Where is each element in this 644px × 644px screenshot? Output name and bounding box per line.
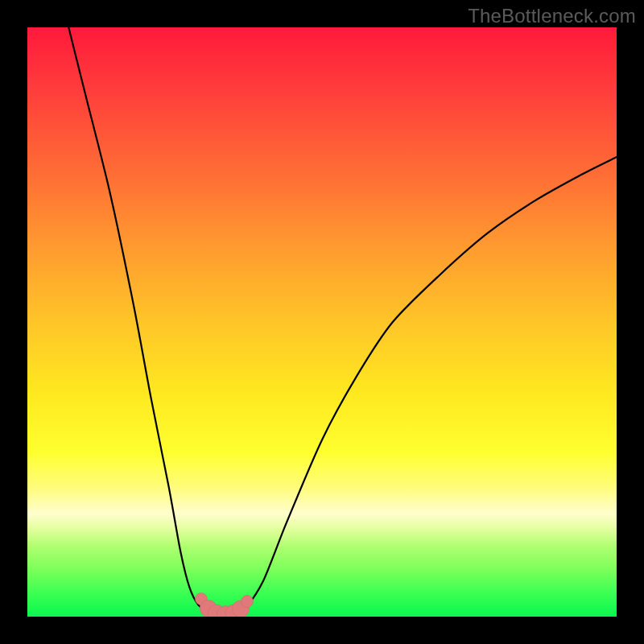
- watermark-text: TheBottleneck.com: [468, 5, 636, 27]
- plot-area: [27, 27, 617, 617]
- marker-group: [195, 593, 253, 617]
- bottleneck-curve: [68, 27, 617, 616]
- curve-layer: [27, 27, 617, 617]
- chart-frame: TheBottleneck.com: [0, 0, 644, 644]
- marker-dot: [242, 595, 254, 607]
